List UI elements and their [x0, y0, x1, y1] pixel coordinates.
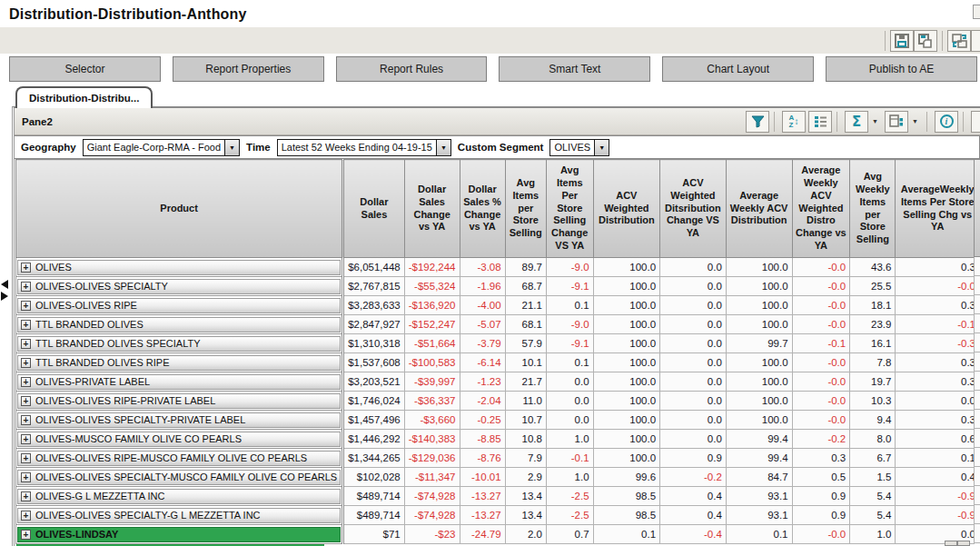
expand-plus-icon[interactable] — [21, 339, 31, 349]
info-icon[interactable]: i — [935, 111, 958, 133]
cut-off-icon[interactable] — [971, 30, 980, 52]
save-as-icon[interactable] — [914, 30, 937, 52]
expand-plus-icon[interactable] — [21, 530, 31, 540]
horizontal-scrollbar[interactable] — [945, 541, 970, 546]
filter-funnel-icon[interactable] — [746, 111, 769, 133]
publish-to-ae-button[interactable]: Publish to AE — [826, 56, 977, 82]
sigma-summary-icon[interactable]: Σ — [845, 111, 868, 133]
product-label: OLIVES — [35, 262, 72, 273]
value-cell: -0.0 — [792, 258, 850, 277]
table-row: OLIVES-MUSCO FAMILY OLIVE CO PEARLS$1,44… — [16, 430, 980, 449]
column-header[interactable]: AverageWeekly Items Per Store Selling Ch… — [896, 160, 980, 258]
sort-az-icon[interactable]: AZ ↕ — [782, 111, 806, 133]
swap-table-icon[interactable] — [947, 30, 971, 52]
value-cell: 84.7 — [726, 468, 792, 487]
column-header[interactable]: ACV Weighted Ditsribution Change VS YA — [660, 160, 727, 258]
value-cell: 43.6 — [850, 258, 896, 277]
product-cell[interactable]: OLIVES-PRIVATE LABEL — [16, 372, 343, 392]
expand-plus-icon[interactable] — [21, 320, 31, 330]
expand-plus-icon[interactable] — [21, 358, 31, 368]
select-rows-icon[interactable] — [808, 111, 832, 133]
column-header[interactable]: Average Weekly ACV Weighted Distro Chang… — [792, 160, 850, 258]
product-cell[interactable]: OLIVES-OLIVES SPECIALTY-PRIVATE LABEL — [16, 411, 343, 430]
chevron-down-icon[interactable]: ▼ — [594, 140, 609, 155]
value-cell: 10.1 — [505, 353, 546, 372]
column-header[interactable]: Dollar Sales Change vs YA — [404, 160, 460, 258]
report-tab[interactable]: Distribution-Distribu... — [15, 86, 153, 108]
column-header[interactable]: Dollar Sales — [343, 160, 405, 258]
table-menu-caret[interactable]: ▼ — [908, 111, 922, 133]
geography-dropdown[interactable]: Giant Eagle-Corp-RMA - Food ▼ — [83, 139, 240, 156]
product-cell[interactable]: OLIVES-OLIVES SPECIALTY-MUSCO FAMILY OLI… — [16, 468, 343, 487]
value-cell: 57.9 — [505, 334, 546, 353]
value-cell: -$136,920 — [404, 296, 460, 315]
product-cell[interactable]: OLIVES-LINDSAY — [16, 525, 343, 544]
expand-plus-icon[interactable] — [21, 491, 31, 501]
product-cell[interactable]: OLIVES-OLIVES RIPE-MUSCO FAMILY OLIVE CO… — [16, 449, 343, 468]
expand-plus-icon[interactable] — [21, 263, 31, 273]
value-cell: -$55,324 — [404, 277, 460, 296]
table-row: OLIVES-OLIVES RIPE$3,283,633-$136,920-4.… — [16, 296, 980, 315]
collapse-left-icon[interactable] — [1, 280, 8, 289]
product-cell[interactable]: OLIVES-OLIVES RIPE — [16, 296, 343, 315]
value-cell: -$23 — [404, 525, 460, 544]
product-cell[interactable]: OLIVES-OLIVES RIPE-PRIVATE LABEL — [16, 392, 343, 411]
save-icon[interactable] — [890, 30, 914, 52]
value-cell: -2.5 — [546, 506, 593, 525]
sigma-menu-caret[interactable]: ▼ — [868, 111, 882, 133]
expand-plus-icon[interactable] — [21, 396, 31, 406]
value-cell: 0.3 — [896, 411, 980, 430]
product-cell[interactable]: OLIVES-MUSCO FAMILY OLIVE CO PEARLS — [16, 430, 343, 449]
column-header[interactable]: Average Weekly ACV Distribution — [726, 160, 792, 258]
column-header[interactable]: ACV Weighted Distribution — [593, 160, 659, 258]
column-header[interactable]: Avg Items Per Store Selling Change VS YA — [546, 160, 593, 258]
product-cell[interactable]: OLIVES-OLIVES SPECIALTY — [16, 277, 343, 296]
report-properties-button[interactable]: Report Properties — [173, 56, 324, 82]
value-cell: $3,203,521 — [343, 372, 405, 392]
pane-splitter-handle[interactable] — [1, 280, 10, 303]
chevron-down-icon[interactable]: ▼ — [436, 140, 450, 155]
expand-plus-icon[interactable] — [21, 377, 31, 387]
expand-plus-icon[interactable] — [21, 472, 31, 482]
product-label: OLIVES-G L MEZZETTA INC — [35, 491, 164, 501]
column-header[interactable]: Dollar Sales % Change vs YA — [460, 160, 505, 258]
chevron-down-icon[interactable]: ▼ — [224, 140, 239, 155]
product-cell[interactable]: OLIVES — [16, 258, 343, 277]
scrollbar-button[interactable] — [945, 541, 957, 546]
expand-plus-icon[interactable] — [21, 434, 31, 444]
value-cell: $1,746,024 — [343, 392, 405, 411]
product-cell[interactable]: TTL BRANDED OLIVES SPECIALTY — [16, 334, 343, 353]
column-header[interactable]: Avg Items per Store Selling — [505, 160, 546, 258]
value-cell: -0.2 — [660, 468, 727, 487]
expand-plus-icon[interactable] — [21, 301, 31, 311]
product-cell[interactable]: OLIVES-OLIVES SPECIALTY-G L MEZZETTA INC — [16, 506, 343, 525]
report-table: ProductDollar SalesDollar Sales Change v… — [15, 159, 980, 544]
chart-layout-button[interactable]: Chart Layout — [662, 56, 814, 82]
product-cell[interactable]: TTL BRANDED OLIVES RIPE — [16, 353, 343, 372]
product-cell[interactable]: OLIVES-G L MEZZETTA INC — [16, 487, 343, 506]
value-cell: 0.3 — [896, 353, 980, 372]
expand-right-icon[interactable] — [1, 292, 8, 301]
value-cell: 5.4 — [850, 487, 896, 506]
expand-plus-icon[interactable] — [21, 453, 31, 463]
expand-plus-icon[interactable] — [21, 415, 31, 425]
expand-plus-icon[interactable] — [21, 511, 31, 521]
product-cell[interactable]: TTL BRANDED OLIVES — [16, 315, 343, 334]
table-row: OLIVES-LINDSAY$71-$23-24.792.00.70.1-0.4… — [16, 525, 980, 544]
value-cell: -1.96 — [460, 277, 505, 296]
table-area: ProductDollar SalesDollar Sales Change v… — [15, 159, 980, 544]
report-rules-button[interactable]: Report Rules — [336, 56, 488, 82]
column-header[interactable]: Product — [16, 160, 343, 258]
smart-text-button[interactable]: Smart Text — [499, 56, 650, 82]
cut-off-icon[interactable] — [971, 111, 980, 133]
value-cell: 99.6 — [593, 468, 659, 487]
value-cell: 0.0 — [660, 372, 727, 392]
custom-segment-dropdown[interactable]: OLIVES ▼ — [549, 139, 609, 156]
table-columns-icon[interactable] — [885, 111, 908, 133]
expand-plus-icon[interactable] — [21, 282, 31, 292]
value-cell: 18.1 — [850, 296, 896, 315]
column-header[interactable]: Avg Weekly Items per Store Selling — [850, 160, 896, 258]
scrollbar-button[interactable] — [957, 541, 970, 546]
selector-button[interactable]: Selector — [9, 56, 161, 82]
time-dropdown[interactable]: Latest 52 Weeks Ending 04-19-15 ▼ — [277, 139, 451, 156]
